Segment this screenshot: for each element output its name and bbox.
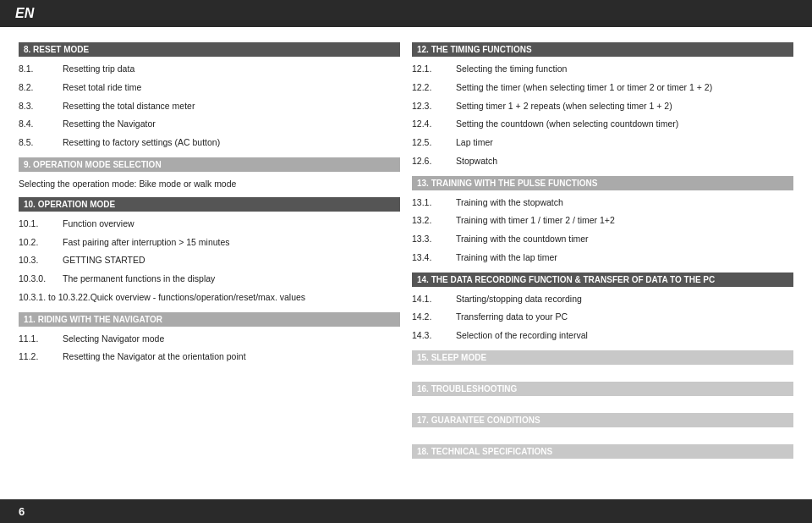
section-header-sleep: 15. SLEEP MODE	[412, 350, 793, 365]
list-item: 13.4. Training with the lap timer	[412, 250, 793, 266]
list-item: 14.3. Selection of the recording interva…	[412, 328, 793, 344]
list-item: 12.6. Stopwatch	[412, 154, 793, 169]
section-header-reset-mode: 8. RESET MODE	[19, 42, 400, 57]
list-item: 10.3.0. The permanent functions in the d…	[19, 272, 400, 287]
main-content: 8. RESET MODE 8.1. Resetting trip data 8…	[0, 27, 812, 499]
operation-mode-selection-text: Selecting the operation mode: Bike mode …	[19, 177, 400, 190]
list-item: 10.1. Function overview	[19, 217, 400, 232]
list-item: 11.2. Resetting the Navigator at the ori…	[19, 350, 400, 365]
section-header-data-recording: 14. THE DATA RECORDING FUNCTION & TRANSF…	[412, 273, 793, 287]
list-item: 14.2. Transferring data to your PC	[412, 310, 793, 325]
page-language-label: EN	[15, 6, 34, 21]
list-item: 8.1. Resetting trip data	[19, 62, 400, 77]
list-item: 13.1. Training with the stopwatch	[412, 195, 793, 211]
bottom-bar: 6	[0, 499, 812, 523]
list-item: 10.2. Fast pairing after interruption > …	[19, 235, 400, 250]
section-header-technical: 18. TECHNICAL SPECIFICATIONS	[412, 444, 793, 459]
section-header-troubleshooting: 16. TROUBLESHOOTING	[412, 382, 793, 396]
list-item: 14.1. Starting/stopping data recording	[412, 292, 793, 307]
list-item: 10.3.1. to 10.3.22. Quick overview - fun…	[19, 290, 400, 306]
section-header-riding: 11. RIDING WITH THE NAVIGATOR	[19, 312, 400, 327]
list-item: 8.5. Resetting to factory settings (AC b…	[19, 135, 400, 151]
list-item: 12.4. Setting the countdown (when select…	[412, 117, 793, 132]
list-item: 13.3. Training with the countdown timer	[412, 232, 793, 247]
list-item: 10.3. GETTING STARTED	[19, 253, 400, 268]
list-item: 8.2. Reset total ride time	[19, 80, 400, 96]
list-item: 11.1. Selecting Navigator mode	[19, 332, 400, 347]
list-item: 8.4. Resetting the Navigator	[19, 117, 400, 132]
page-number: 6	[19, 505, 25, 518]
section-header-training: 13. TRAINING WITH THE PULSE FUNCTIONS	[412, 176, 793, 190]
list-item: 12.3. Setting timer 1 + 2 repeats (when …	[412, 99, 793, 114]
top-bar: EN	[0, 0, 812, 27]
right-column: 12. THE TIMING FUNCTIONS 12.1. Selecting…	[412, 42, 793, 489]
list-item: 12.1. Selecting the timing function	[412, 62, 793, 77]
list-item: 8.3. Resetting the total distance meter	[19, 99, 400, 114]
section-header-op-mode: 10. OPERATION MODE	[19, 197, 400, 212]
list-item: 12.2. Setting the timer (when selecting …	[412, 80, 793, 96]
section-header-guarantee: 17. GUARANTEE CONDITIONS	[412, 413, 793, 427]
section-header-op-mode-selection: 9. OPERATION MODE SELECTION	[19, 157, 400, 172]
list-item: 12.5. Lap timer	[412, 135, 793, 151]
left-column: 8. RESET MODE 8.1. Resetting trip data 8…	[19, 42, 400, 489]
list-item: 13.2. Training with timer 1 / timer 2 / …	[412, 213, 793, 228]
section-header-timing: 12. THE TIMING FUNCTIONS	[412, 42, 793, 57]
